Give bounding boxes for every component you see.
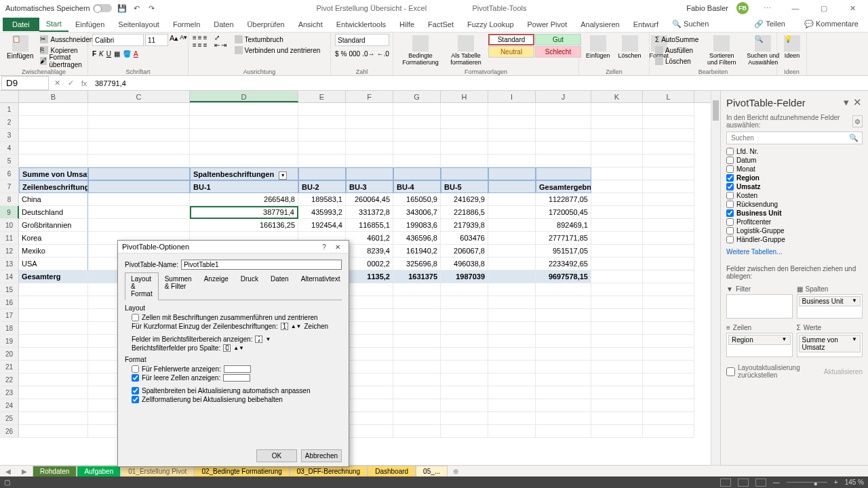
- cut-button[interactable]: ✂Ausschneiden: [39, 34, 94, 45]
- cell[interactable]: [591, 322, 643, 335]
- error-values-checkbox[interactable]: [132, 365, 139, 373]
- cell[interactable]: Korea: [19, 232, 88, 245]
- row-header-12[interactable]: 12: [0, 245, 19, 258]
- cell[interactable]: [441, 361, 488, 373]
- cell[interactable]: [19, 399, 88, 412]
- cell[interactable]: [488, 296, 536, 309]
- cell[interactable]: 1122877,05: [536, 193, 591, 206]
- font-color-button[interactable]: A: [134, 50, 138, 58]
- rows-drop-area[interactable]: Region▼: [726, 333, 793, 357]
- cell[interactable]: [393, 296, 441, 309]
- cell[interactable]: 436596,8: [393, 232, 441, 245]
- cell[interactable]: [536, 103, 591, 116]
- cell[interactable]: [591, 425, 643, 438]
- cell[interactable]: [643, 219, 694, 232]
- cell[interactable]: [591, 245, 643, 258]
- style-neutral[interactable]: Neutral: [488, 46, 534, 58]
- cell[interactable]: [441, 155, 488, 167]
- cell[interactable]: BU-4: [393, 180, 441, 193]
- cell[interactable]: [488, 283, 536, 296]
- cell[interactable]: [488, 399, 536, 412]
- cell[interactable]: 116855,1: [346, 219, 393, 232]
- cell[interactable]: [19, 283, 88, 296]
- cell[interactable]: [393, 425, 441, 438]
- style-standard[interactable]: Standard: [488, 34, 534, 45]
- col-header-B[interactable]: B: [19, 91, 88, 102]
- cell[interactable]: [536, 142, 591, 155]
- cell[interactable]: [488, 142, 536, 155]
- tab-suchen[interactable]: 🔍 Suchen: [665, 17, 715, 31]
- cell[interactable]: [488, 167, 536, 180]
- cell[interactable]: [19, 296, 88, 309]
- cell[interactable]: [346, 412, 393, 425]
- col-header-F[interactable]: F: [346, 91, 393, 102]
- cell[interactable]: 266548,8: [190, 193, 298, 206]
- cell[interactable]: [643, 322, 694, 335]
- zoom-in-icon[interactable]: +: [834, 479, 838, 486]
- cell[interactable]: 343006,7: [393, 206, 441, 219]
- cell[interactable]: [19, 322, 88, 335]
- cell[interactable]: [643, 425, 694, 438]
- cell[interactable]: [643, 232, 694, 245]
- sheet-tab-2[interactable]: 01_Erstellung Pivot: [121, 466, 194, 476]
- cell[interactable]: 892469,1: [536, 219, 591, 232]
- error-values-input[interactable]: [224, 365, 251, 373]
- redo-icon[interactable]: ↷: [147, 3, 157, 13]
- border-button[interactable]: ▦: [114, 50, 120, 58]
- cell[interactable]: [536, 167, 591, 180]
- cell[interactable]: [643, 283, 694, 296]
- field-checkbox[interactable]: [726, 218, 734, 226]
- cell[interactable]: [441, 412, 488, 425]
- cell[interactable]: [346, 155, 393, 167]
- cell[interactable]: [591, 103, 643, 116]
- cell[interactable]: [488, 193, 536, 206]
- ideas-button[interactable]: 💡Ideen: [781, 34, 803, 60]
- cell[interactable]: [488, 258, 536, 270]
- cell[interactable]: [536, 283, 591, 296]
- cell[interactable]: [298, 155, 346, 167]
- cell[interactable]: [643, 167, 694, 180]
- row-header-1[interactable]: 1: [0, 103, 19, 116]
- cell[interactable]: [488, 116, 536, 129]
- tab-hilfe[interactable]: Hilfe: [393, 18, 421, 31]
- row-header-16[interactable]: 16: [0, 296, 19, 309]
- row-header-17[interactable]: 17: [0, 309, 19, 322]
- paste-button[interactable]: 📋Einfügen: [4, 34, 36, 61]
- tab-fuzzy[interactable]: Fuzzy Lookup: [460, 18, 520, 31]
- fill-button[interactable]: Ausfüllen: [654, 45, 700, 56]
- cell[interactable]: [643, 309, 694, 322]
- cell[interactable]: 325696,8: [393, 258, 441, 270]
- cell[interactable]: [393, 348, 441, 361]
- merge-button[interactable]: Verbinden und zentrieren: [233, 45, 322, 56]
- tab-ueberpruefen[interactable]: Überprüfen: [241, 18, 292, 31]
- cell[interactable]: [346, 116, 393, 129]
- cell[interactable]: [441, 116, 488, 129]
- underline-button[interactable]: U: [106, 50, 111, 58]
- cell[interactable]: 2233492,65: [536, 258, 591, 270]
- cell[interactable]: [298, 142, 346, 155]
- cell[interactable]: [591, 296, 643, 309]
- more-tables-link[interactable]: Weitere Tabellen...: [726, 248, 863, 256]
- keep-format-checkbox[interactable]: [132, 396, 139, 403]
- accept-formula-icon[interactable]: ✓: [64, 79, 77, 87]
- cell[interactable]: [190, 116, 298, 129]
- style-gut[interactable]: Gut: [535, 34, 581, 45]
- cell[interactable]: [643, 348, 694, 361]
- cell[interactable]: [441, 309, 488, 322]
- cell[interactable]: 192454,4: [298, 219, 346, 232]
- cell[interactable]: 221886,5: [441, 206, 488, 219]
- col-header-J[interactable]: J: [536, 91, 591, 102]
- tab-seitenlayout[interactable]: Seitenlayout: [111, 18, 166, 31]
- ok-button[interactable]: OK: [256, 449, 297, 462]
- cell[interactable]: [441, 348, 488, 361]
- cell[interactable]: [190, 129, 298, 142]
- cell[interactable]: [643, 116, 694, 129]
- align-left-icon[interactable]: ≡: [193, 41, 197, 49]
- vertical-scrollbar[interactable]: [711, 91, 720, 465]
- row-header-24[interactable]: 24: [0, 399, 19, 412]
- cell[interactable]: [488, 373, 536, 386]
- cell[interactable]: [190, 103, 298, 116]
- column-filter-icon[interactable]: ▼: [279, 171, 287, 180]
- row-header-15[interactable]: 15: [0, 283, 19, 296]
- cell[interactable]: [393, 283, 441, 296]
